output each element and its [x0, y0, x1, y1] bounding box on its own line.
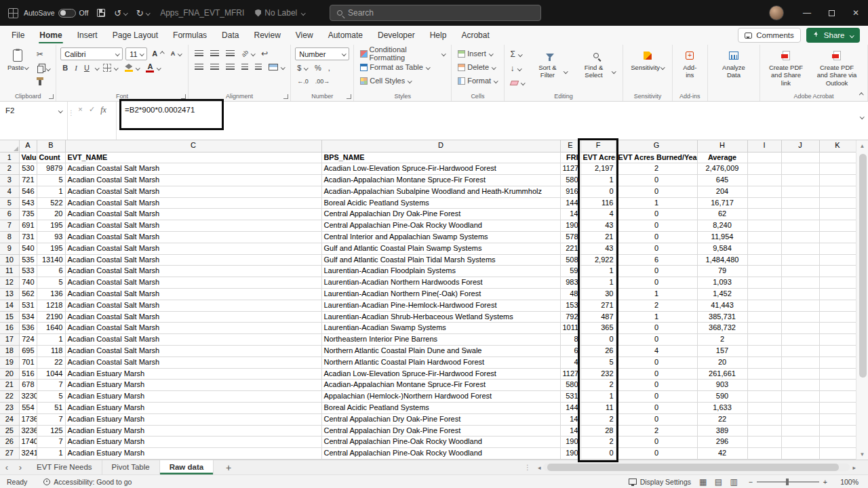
- cell[interactable]: 0: [616, 209, 697, 220]
- cell[interactable]: 125: [37, 425, 65, 436]
- cell[interactable]: 522: [37, 197, 65, 209]
- cell[interactable]: 1740: [19, 436, 37, 448]
- cell[interactable]: 232: [580, 368, 616, 380]
- cell[interactable]: [819, 232, 856, 243]
- cell[interactable]: 983: [560, 277, 580, 289]
- cell[interactable]: 7: [37, 413, 65, 425]
- delete-cells-button[interactable]: Delete: [456, 61, 499, 73]
- ribbon-tab-insert[interactable]: Insert: [70, 26, 105, 45]
- cell[interactable]: Acadian Estuary Marsh: [65, 413, 321, 425]
- cell[interactable]: [819, 152, 856, 163]
- cell[interactable]: FRI: [560, 152, 580, 163]
- cell[interactable]: 516: [19, 368, 37, 380]
- cell[interactable]: 22: [697, 413, 747, 425]
- cell[interactable]: 26: [580, 346, 616, 357]
- cell[interactable]: [781, 403, 819, 414]
- cell[interactable]: 221: [560, 243, 580, 254]
- cell[interactable]: 6: [616, 254, 697, 266]
- cell[interactable]: 2: [580, 413, 616, 425]
- autosum-button[interactable]: Σ: [509, 48, 527, 60]
- cell[interactable]: 9,584: [697, 243, 747, 254]
- cell[interactable]: 11,954: [697, 232, 747, 243]
- cell[interactable]: [747, 175, 781, 186]
- cell[interactable]: 28: [580, 425, 616, 436]
- cell[interactable]: [781, 357, 819, 368]
- name-box[interactable]: F2: [0, 102, 67, 119]
- cell[interactable]: [747, 391, 781, 403]
- cell[interactable]: [781, 186, 819, 197]
- cell[interactable]: Acadian Coastal Salt Marsh: [65, 300, 321, 311]
- cell[interactable]: 368,732: [697, 323, 747, 334]
- cell[interactable]: Laurentian-Acadian Northern Pine(-Oak) F…: [321, 289, 560, 300]
- cell[interactable]: Laurentian-Acadian Pine-Hemlock-Hardwood…: [321, 300, 560, 311]
- cell[interactable]: Acadian Estuary Marsh: [65, 380, 321, 391]
- cell[interactable]: Acadian Coastal Salt Marsh: [65, 277, 321, 289]
- cell[interactable]: [819, 243, 856, 254]
- zoom-level[interactable]: 100%: [835, 478, 859, 486]
- cell[interactable]: 157: [697, 346, 747, 357]
- cell[interactable]: Central Interior and Appalachian Swamp S…: [321, 232, 560, 243]
- cell[interactable]: Central Appalachian Dry Oak-Pine Forest: [321, 413, 560, 425]
- cell[interactable]: 1736: [19, 413, 37, 425]
- new-sheet-button[interactable]: +: [222, 462, 235, 473]
- cell[interactable]: 195: [37, 220, 65, 232]
- column-header-A[interactable]: A: [19, 140, 37, 152]
- cell[interactable]: 14: [560, 209, 580, 220]
- cell[interactable]: [781, 425, 819, 436]
- cell[interactable]: 562: [19, 289, 37, 300]
- cell[interactable]: 735: [19, 209, 37, 220]
- save-button[interactable]: [97, 9, 105, 17]
- cell[interactable]: 1,452: [697, 289, 747, 300]
- cell[interactable]: 9879: [37, 163, 65, 175]
- cell[interactable]: 190: [560, 436, 580, 448]
- cell[interactable]: 0: [616, 403, 697, 414]
- cell[interactable]: 1: [616, 197, 697, 209]
- cell[interactable]: 2: [697, 334, 747, 346]
- cell[interactable]: [747, 334, 781, 346]
- cell[interactable]: 4: [616, 346, 697, 357]
- cell[interactable]: 508: [560, 254, 580, 266]
- cell[interactable]: 0: [616, 380, 697, 391]
- ribbon-tab-view[interactable]: View: [288, 26, 321, 45]
- ribbon-tab-formulas[interactable]: Formulas: [165, 26, 214, 45]
- cell[interactable]: [747, 243, 781, 254]
- cell[interactable]: 1: [616, 311, 697, 323]
- font-size-select[interactable]: 11: [125, 47, 147, 60]
- cell[interactable]: Acadian Coastal Salt Marsh: [65, 209, 321, 220]
- cell[interactable]: Central Appalachian Dry Oak-Pine Forest: [321, 209, 560, 220]
- row-header-3[interactable]: 3: [0, 175, 19, 186]
- cell[interactable]: Value: [19, 152, 37, 163]
- cell[interactable]: 1011: [560, 323, 580, 334]
- cell[interactable]: [781, 197, 819, 209]
- cell[interactable]: 7: [37, 436, 65, 448]
- align-left-button[interactable]: [193, 61, 205, 73]
- cell[interactable]: 2,922: [580, 254, 616, 266]
- cut-button[interactable]: ✂: [35, 48, 52, 60]
- percent-format-button[interactable]: %: [313, 62, 323, 74]
- cell[interactable]: 5: [37, 277, 65, 289]
- ribbon-tab-help[interactable]: Help: [422, 26, 454, 45]
- cell[interactable]: [781, 380, 819, 391]
- cell[interactable]: Average: [697, 152, 747, 163]
- cell[interactable]: 118: [37, 346, 65, 357]
- format-painter-button[interactable]: [35, 77, 52, 89]
- conditional-formatting-button[interactable]: Conditional Formatting: [358, 47, 447, 60]
- cell[interactable]: 20: [697, 357, 747, 368]
- cell[interactable]: Gulf and Atlantic Coastal Plain Tidal Ma…: [321, 254, 560, 266]
- cell[interactable]: [747, 209, 781, 220]
- sheet-nav-right-icon[interactable]: ›: [14, 462, 27, 472]
- cell[interactable]: Laurentian-Acadian Northern Hardwoods Fo…: [321, 277, 560, 289]
- cell[interactable]: 731: [19, 232, 37, 243]
- cell[interactable]: EVT_NAME: [65, 152, 321, 163]
- cell[interactable]: 136: [37, 289, 65, 300]
- cell[interactable]: 0: [580, 186, 616, 197]
- cell[interactable]: 554: [19, 403, 37, 414]
- cell[interactable]: [819, 254, 856, 266]
- cell[interactable]: 2: [616, 425, 697, 436]
- page-break-view-button[interactable]: ▥: [730, 477, 740, 487]
- autosave-switch[interactable]: [58, 9, 76, 18]
- decrease-decimal-button[interactable]: .00→: [313, 75, 332, 87]
- cell[interactable]: Central Appalachian Pine-Oak Rocky Woodl…: [321, 448, 560, 460]
- cell[interactable]: 721: [19, 175, 37, 186]
- increase-font-button[interactable]: A: [150, 48, 165, 60]
